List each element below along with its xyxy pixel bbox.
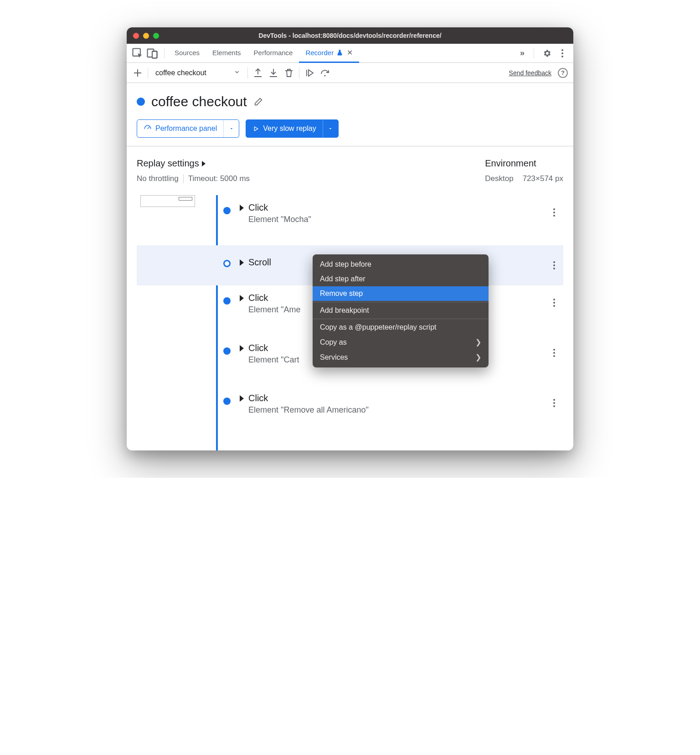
replay-settings-toggle[interactable]: Replay settings	[137, 158, 250, 169]
chevron-right-icon: ❯	[475, 353, 481, 362]
inspect-element-icon[interactable]	[131, 47, 144, 60]
step-over-icon[interactable]	[319, 67, 330, 78]
recorder-toolbar: coffee checkout Send feedback ?	[127, 63, 573, 83]
menu-item-label: Remove step	[320, 290, 363, 298]
step-context-menu: Add step before Add step after Remove st…	[313, 254, 489, 367]
button-label: Very slow replay	[263, 124, 316, 133]
toggle-device-icon[interactable]	[146, 47, 159, 60]
expand-icon[interactable]	[240, 295, 244, 301]
step-menu-icon[interactable]	[549, 398, 560, 409]
recording-selector-label: coffee checkout	[155, 69, 206, 77]
step-marker-icon	[223, 207, 231, 214]
step-row[interactable]: Click Element "Remove all Americano"	[137, 386, 563, 436]
maximize-window-button[interactable]	[153, 33, 159, 39]
step-detail: Element "Mocha"	[248, 215, 563, 224]
menu-item-label: Copy as	[320, 338, 347, 346]
help-icon[interactable]: ?	[558, 68, 568, 78]
menu-copy-puppeteer[interactable]: Copy as a @puppeteer/replay script	[313, 320, 489, 335]
separator	[313, 302, 489, 302]
recording-selector[interactable]: coffee checkout	[153, 68, 243, 78]
step-detail: Element "Remove all Americano"	[248, 405, 563, 415]
step-type: Click	[248, 393, 268, 403]
env-device: Desktop	[485, 174, 513, 183]
menu-copy-as[interactable]: Copy as ❯	[313, 335, 489, 350]
step-menu-icon[interactable]	[549, 297, 560, 308]
separator	[183, 174, 184, 183]
import-icon[interactable]	[268, 67, 279, 78]
timeout-value: Timeout: 5000 ms	[188, 174, 250, 183]
step-menu-icon[interactable]	[549, 347, 560, 358]
svg-point-4	[324, 75, 325, 76]
environment-label: Environment	[485, 158, 563, 169]
settings-section: Replay settings No throttling Timeout: 5…	[127, 146, 573, 195]
devtools-menu-icon[interactable]	[556, 47, 569, 60]
separator	[534, 48, 534, 58]
step-type: Scroll	[248, 257, 271, 268]
separator	[313, 319, 489, 319]
step-menu-icon[interactable]	[549, 207, 560, 218]
menu-add-step-before[interactable]: Add step before	[313, 257, 489, 272]
close-tab-icon[interactable]: ✕	[347, 48, 353, 57]
tab-performance[interactable]: Performance	[247, 44, 299, 63]
gauge-icon	[144, 124, 152, 133]
chevron-down-icon	[234, 69, 240, 77]
new-recording-icon[interactable]	[132, 67, 143, 78]
menu-remove-step[interactable]: Remove step	[313, 286, 489, 301]
separator	[148, 67, 148, 78]
expand-icon[interactable]	[240, 395, 244, 402]
tab-recorder[interactable]: Recorder ✕	[299, 44, 359, 63]
step-marker-icon	[223, 347, 231, 355]
step-type: Click	[248, 202, 268, 213]
tab-label: Sources	[175, 49, 200, 57]
tab-sources[interactable]: Sources	[168, 44, 206, 63]
performance-panel-button[interactable]: Performance panel	[137, 119, 239, 138]
more-tabs-icon[interactable]: »	[517, 48, 527, 58]
devtools-window: DevTools - localhost:8080/docs/devtools/…	[127, 27, 573, 450]
menu-services[interactable]: Services ❯	[313, 350, 489, 365]
play-icon	[252, 125, 259, 132]
tab-label: Elements	[212, 49, 241, 57]
step-type: Click	[248, 343, 268, 353]
expand-icon[interactable]	[240, 345, 244, 352]
caret-right-icon	[202, 161, 206, 166]
expand-icon[interactable]	[240, 205, 244, 211]
continue-icon[interactable]	[304, 67, 315, 78]
traffic-lights	[133, 33, 159, 39]
expand-icon[interactable]	[240, 259, 244, 266]
delete-icon[interactable]	[283, 67, 294, 78]
recording-header: coffee checkout Performance panel	[127, 83, 573, 146]
flask-icon	[336, 49, 343, 56]
chevron-right-icon: ❯	[475, 338, 481, 346]
tab-elements[interactable]: Elements	[206, 44, 247, 63]
step-type: Click	[248, 293, 268, 303]
minimize-window-button[interactable]	[143, 33, 149, 39]
replay-dropdown[interactable]	[323, 120, 338, 137]
step-menu-icon[interactable]	[549, 260, 560, 271]
step-marker-icon	[223, 297, 231, 305]
throttling-value: No throttling	[137, 174, 179, 183]
send-feedback-link[interactable]: Send feedback	[509, 69, 551, 77]
separator	[164, 48, 165, 58]
menu-item-label: Add step after	[320, 275, 365, 283]
step-row[interactable]: Click Element "Mocha"	[137, 195, 563, 245]
export-icon[interactable]	[252, 67, 263, 78]
performance-panel-dropdown[interactable]	[223, 120, 239, 137]
menu-item-label: Add breakpoint	[320, 306, 369, 315]
tab-label: Recorder	[305, 49, 334, 57]
separator	[247, 67, 248, 78]
close-window-button[interactable]	[133, 33, 139, 39]
settings-icon[interactable]	[540, 47, 553, 60]
steps-timeline: Click Element "Mocha" Scroll Click Eleme…	[127, 195, 573, 450]
step-marker-icon	[223, 260, 231, 267]
step-marker-icon	[223, 398, 231, 405]
replay-button[interactable]: Very slow replay	[246, 119, 339, 138]
devtools-tabbar: Sources Elements Performance Recorder ✕ …	[127, 44, 573, 63]
edit-title-icon[interactable]	[253, 97, 263, 107]
recording-status-icon	[137, 98, 145, 106]
menu-item-label: Add step before	[320, 260, 371, 269]
menu-add-step-after[interactable]: Add step after	[313, 272, 489, 286]
env-viewport: 723×574 px	[523, 174, 563, 183]
button-label: Performance panel	[155, 124, 217, 133]
replay-settings-label: Replay settings	[137, 158, 199, 169]
menu-add-breakpoint[interactable]: Add breakpoint	[313, 303, 489, 318]
